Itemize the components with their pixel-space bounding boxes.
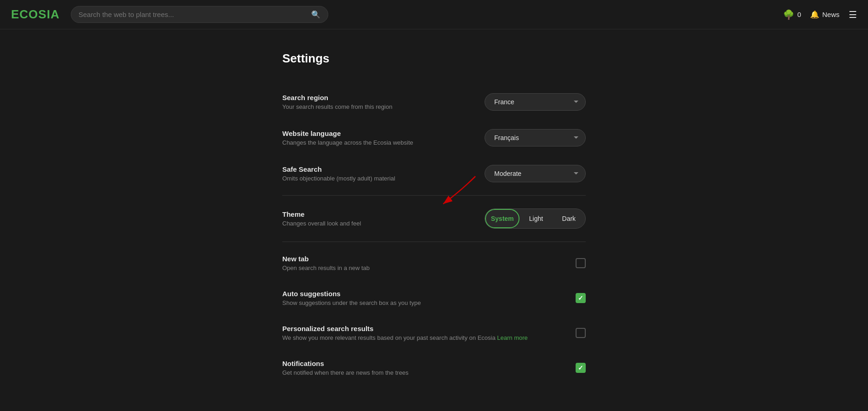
personalized-search-row: Personalized search results We show you … <box>282 315 586 350</box>
settings-section: Search region Your search results come f… <box>282 84 586 385</box>
website-language-title: Website language <box>282 129 485 137</box>
search-region-control: France Germany United States United King… <box>485 93 586 111</box>
new-tab-label: New tab Open search results in a new tab <box>282 255 370 271</box>
search-region-row: Search region Your search results come f… <box>282 84 586 120</box>
tree-icon: 🌳 <box>783 9 794 20</box>
website-language-label: Website language Changes the language ac… <box>282 129 485 146</box>
personalized-search-title: Personalized search results <box>282 325 528 332</box>
search-region-desc: Your search results come from this regio… <box>282 103 485 110</box>
tree-counter: 🌳 0 <box>783 9 801 20</box>
notifications-title: Notifications <box>282 360 409 367</box>
website-language-control: Français English Deutsch Español <box>485 129 586 146</box>
new-tab-row: New tab Open search results in a new tab <box>282 246 586 281</box>
theme-system-button[interactable]: System <box>485 209 520 228</box>
auto-suggestions-row: Auto suggestions Show suggestions under … <box>282 281 586 315</box>
auto-suggestions-checkbox[interactable] <box>576 293 586 303</box>
theme-toggle: System Light Dark <box>485 208 586 229</box>
auto-suggestions-label: Auto suggestions Show suggestions under … <box>282 290 421 306</box>
search-bar-wrapper: 🔍 <box>71 6 328 23</box>
divider-2 <box>282 242 586 242</box>
auto-suggestions-desc: Show suggestions under the search box as… <box>282 299 421 306</box>
notifications-checkbox[interactable] <box>576 363 586 373</box>
theme-light-button[interactable]: Light <box>520 209 552 228</box>
new-tab-desc: Open search results in a new tab <box>282 265 370 271</box>
personalized-search-desc-text: We show you more relevant results based … <box>282 334 496 341</box>
settings-page: Settings Search region Your search resul… <box>227 29 641 407</box>
page-title: Settings <box>282 51 586 66</box>
hamburger-menu[interactable]: ☰ <box>849 9 857 20</box>
theme-row: Theme Changes overall look and feel Syst… <box>282 199 586 238</box>
safe-search-select[interactable]: Strict Moderate Off <box>485 165 586 182</box>
website-language-select[interactable]: Français English Deutsch Español <box>485 129 586 146</box>
theme-desc: Changes overall look and feel <box>282 220 485 227</box>
new-tab-checkbox[interactable] <box>576 258 586 268</box>
safe-search-row: Safe Search Omits objectionable (mostly … <box>282 156 586 191</box>
tree-count: 0 <box>797 11 801 18</box>
news-label: News <box>822 11 839 18</box>
safe-search-label: Safe Search Omits objectionable (mostly … <box>282 165 485 182</box>
new-tab-title: New tab <box>282 255 370 263</box>
logo[interactable]: ECOSIA <box>11 7 60 22</box>
safe-search-title: Safe Search <box>282 165 485 173</box>
safe-search-control: Strict Moderate Off <box>485 165 586 182</box>
bell-icon: 🔔 <box>810 10 819 19</box>
theme-dark-button[interactable]: Dark <box>553 209 585 228</box>
theme-title: Theme <box>282 210 485 218</box>
personalized-search-desc: We show you more relevant results based … <box>282 334 528 341</box>
notifications-row: Notifications Get notified when there ar… <box>282 350 586 385</box>
website-language-row: Website language Changes the language ac… <box>282 120 586 156</box>
notifications-desc: Get notified when there are news from th… <box>282 369 409 376</box>
news-link[interactable]: 🔔 News <box>810 10 839 19</box>
learn-more-link[interactable]: Learn more <box>497 334 527 341</box>
divider-1 <box>282 195 586 196</box>
search-region-title: Search region <box>282 94 485 101</box>
website-language-desc: Changes the language across the Ecosia w… <box>282 139 485 146</box>
notifications-label: Notifications Get notified when there ar… <box>282 360 409 376</box>
theme-control: System Light Dark <box>485 208 586 229</box>
auto-suggestions-title: Auto suggestions <box>282 290 421 298</box>
search-region-label: Search region Your search results come f… <box>282 94 485 110</box>
search-icon: 🔍 <box>311 10 320 19</box>
navbar-right: 🌳 0 🔔 News ☰ <box>783 9 857 20</box>
safe-search-desc: Omits objectionable (mostly adult) mater… <box>282 175 485 182</box>
search-input[interactable] <box>79 11 308 18</box>
search-region-select[interactable]: France Germany United States United King… <box>485 93 586 111</box>
theme-label: Theme Changes overall look and feel <box>282 210 485 227</box>
navbar: ECOSIA 🔍 🌳 0 🔔 News ☰ <box>0 0 868 29</box>
personalized-search-label: Personalized search results We show you … <box>282 325 528 341</box>
personalized-search-checkbox[interactable] <box>576 328 586 338</box>
search-bar: 🔍 <box>71 6 328 23</box>
